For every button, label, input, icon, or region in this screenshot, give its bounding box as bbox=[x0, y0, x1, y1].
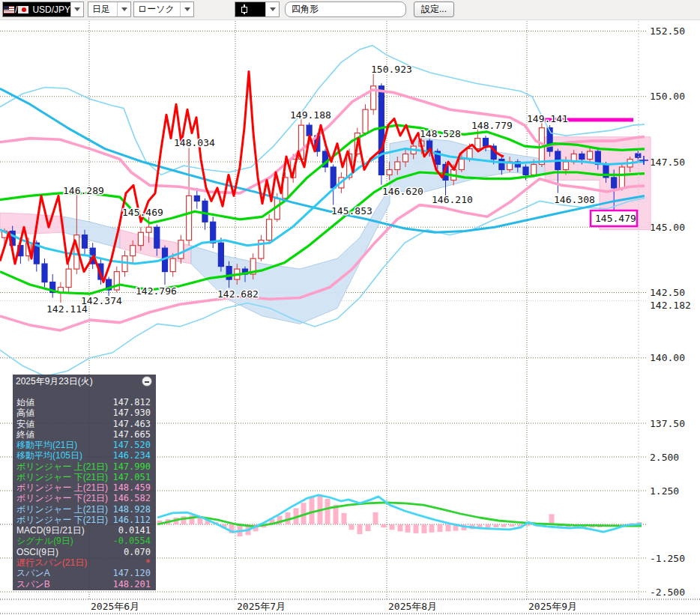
collapse-panel-button[interactable] bbox=[142, 376, 152, 387]
svg-text:2025年8月: 2025年8月 bbox=[388, 601, 437, 612]
svg-text:-1.250: -1.250 bbox=[650, 553, 685, 564]
macd-signal-line bbox=[157, 503, 642, 527]
panel-row: ボリンジャー 下(21日)146.582 bbox=[13, 493, 156, 503]
panel-row: ボリンジャー 上(21日)148.459 bbox=[13, 482, 156, 493]
symbol-select[interactable]: / USD/JPY bbox=[2, 1, 84, 17]
panel-row: ボリンジャー 下(21日)147.051 bbox=[13, 472, 156, 482]
svg-text:145.00: 145.00 bbox=[650, 222, 685, 233]
price-label: 142.796 bbox=[136, 285, 177, 297]
settings-button[interactable]: 設定... bbox=[414, 1, 454, 17]
price-label: 150.923 bbox=[371, 64, 412, 75]
svg-text:2025年9月: 2025年9月 bbox=[528, 601, 577, 612]
panel-row: 安値147.463 bbox=[13, 419, 156, 429]
candle-style-dropdown-arrow[interactable] bbox=[265, 2, 279, 16]
panel-row: 移動平均(21日)147.520 bbox=[13, 440, 156, 450]
drawing-tool-input[interactable] bbox=[285, 1, 406, 17]
panel-row: スパンB148.201 bbox=[13, 579, 156, 590]
flag-separator: / bbox=[15, 4, 17, 15]
price-label: 146.308 bbox=[554, 194, 595, 205]
price-label: 142.682 bbox=[217, 288, 259, 300]
timeframe-dropdown-arrow[interactable] bbox=[117, 2, 130, 16]
timeframe-label: 日足 bbox=[92, 3, 110, 16]
price-label: 149.188 bbox=[290, 109, 331, 121]
chart-type-label: ローソク bbox=[138, 3, 175, 16]
symbol-label: USD/JPY bbox=[32, 4, 70, 15]
svg-text:-2.500: -2.500 bbox=[650, 587, 685, 598]
toolbar: / USD/JPY 日足 ローソク 設定... bbox=[0, 0, 700, 20]
us-flag-icon bbox=[4, 6, 14, 13]
candle-style-select[interactable] bbox=[235, 1, 280, 17]
panel-row: ボリンジャー 下(21日)146.112 bbox=[13, 515, 156, 525]
trading-app: { "toolbar": { "symbol": {"label": "USD/… bbox=[0, 0, 700, 615]
chart-type-select[interactable]: ローソク bbox=[133, 1, 194, 17]
panel-row: 高値147.930 bbox=[13, 408, 156, 418]
svg-text:142.50: 142.50 bbox=[650, 287, 685, 298]
timeframe-select[interactable]: 日足 bbox=[88, 1, 131, 17]
price-label: 148.779 bbox=[471, 120, 513, 131]
candlestick-icon bbox=[241, 4, 247, 14]
chart-type-dropdown-arrow[interactable] bbox=[180, 2, 193, 16]
svg-text:147.50: 147.50 bbox=[650, 157, 685, 168]
svg-text:140.00: 140.00 bbox=[650, 352, 685, 363]
svg-text:2025年7月: 2025年7月 bbox=[237, 601, 286, 612]
price-label: 146.289 bbox=[63, 185, 104, 196]
data-panel: 2025年9月23日(火) 始値147.812高値147.930安値147.46… bbox=[13, 375, 156, 590]
price-label: 146.620 bbox=[382, 186, 423, 197]
svg-text:152.50: 152.50 bbox=[650, 25, 685, 37]
panel-row: シグナル(9日)-0.0554 bbox=[13, 536, 156, 546]
panel-row: OSCI(9日)0.070 bbox=[13, 547, 156, 557]
svg-text:2025年6月: 2025年6月 bbox=[91, 601, 139, 612]
svg-text:145.479: 145.479 bbox=[595, 213, 636, 224]
price-label: 148.528 bbox=[420, 128, 461, 139]
chevron-down-icon bbox=[184, 7, 190, 11]
panel-row: ボリンジャー 上(21日)148.928 bbox=[13, 504, 156, 515]
panel-date: 2025年9月23日(火) bbox=[16, 376, 93, 387]
panel-row: スパンA147.120 bbox=[13, 568, 156, 578]
macd-pane bbox=[157, 494, 642, 536]
chevron-down-icon bbox=[121, 7, 127, 11]
price-label: 145.853 bbox=[331, 205, 372, 216]
panel-rows: 始値147.812高値147.930安値147.463終値147.665移動平均… bbox=[13, 397, 156, 590]
panel-row: MACD(9日/21日)0.0141 bbox=[13, 525, 156, 536]
svg-text:137.50: 137.50 bbox=[650, 418, 685, 429]
panel-row: 始値147.812 bbox=[13, 397, 156, 408]
svg-text:2.500: 2.500 bbox=[650, 452, 679, 463]
chevron-down-icon bbox=[74, 7, 80, 11]
price-label: 146.210 bbox=[432, 194, 473, 205]
panel-row: 移動平均(105日)146.234 bbox=[13, 450, 156, 461]
svg-text:142.182: 142.182 bbox=[650, 300, 691, 311]
price-label: 142.374 bbox=[81, 295, 122, 306]
panel-row: 終値147.665 bbox=[13, 429, 156, 440]
jp-flag-icon bbox=[18, 6, 28, 13]
svg-text:1.250: 1.250 bbox=[650, 485, 679, 497]
price-label: 149.141 bbox=[527, 113, 568, 124]
symbol-dropdown-arrow[interactable] bbox=[70, 2, 83, 16]
chevron-down-icon bbox=[270, 7, 276, 11]
price-label: 148.034 bbox=[174, 137, 215, 148]
svg-text:150.00: 150.00 bbox=[650, 91, 685, 102]
panel-row: ボリンジャー 上(21日)147.990 bbox=[13, 461, 156, 472]
panel-row: 遅行スパン(21日)* bbox=[13, 557, 156, 568]
price-label: 145.469 bbox=[122, 207, 163, 218]
